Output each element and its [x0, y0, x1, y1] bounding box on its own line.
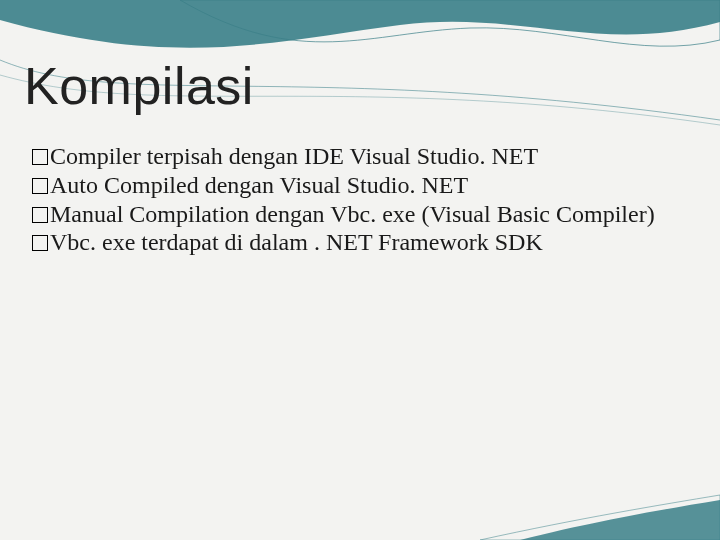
- bullet-item: Auto Compiled dengan Visual Studio. NET: [32, 171, 682, 200]
- bullet-text: Compiler terpisah dengan IDE Visual Stud…: [50, 142, 682, 171]
- bullet-box-icon: [32, 207, 48, 223]
- bullet-box-icon: [32, 149, 48, 165]
- bullet-item: Manual Compilation dengan Vbc. exe (Visu…: [32, 200, 682, 229]
- bullet-item: Compiler terpisah dengan IDE Visual Stud…: [32, 142, 682, 171]
- bullet-item: Vbc. exe terdapat di dalam . NET Framewo…: [32, 228, 682, 257]
- bullet-text: Vbc. exe terdapat di dalam . NET Framewo…: [50, 228, 682, 257]
- slide-body: Compiler terpisah dengan IDE Visual Stud…: [32, 142, 682, 257]
- bullet-box-icon: [32, 178, 48, 194]
- bullet-text: Manual Compilation dengan Vbc. exe (Visu…: [50, 200, 682, 229]
- slide-title: Kompilasi: [24, 56, 254, 116]
- bullet-text: Auto Compiled dengan Visual Studio. NET: [50, 171, 682, 200]
- footer-swoosh-svg: [0, 490, 720, 540]
- bullet-box-icon: [32, 235, 48, 251]
- footer-swoosh: [0, 490, 720, 540]
